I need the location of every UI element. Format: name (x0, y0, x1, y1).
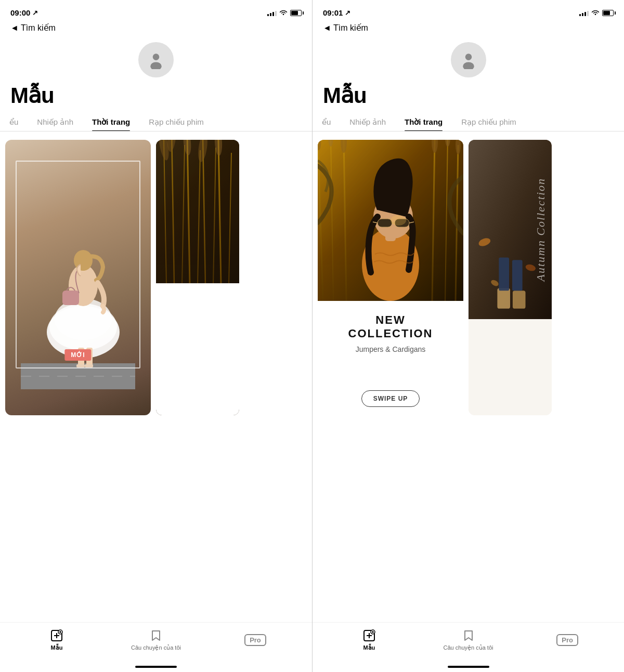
tab-thoi-trang-1[interactable]: Thời trang (83, 113, 139, 131)
svg-rect-60 (497, 288, 510, 308)
signal-icon-2 (579, 10, 589, 16)
status-bar-2: 09:01 ↗ (313, 0, 624, 23)
content-area-1: MỚI (0, 131, 312, 622)
dark-lower (156, 283, 239, 415)
battery-icon-1 (290, 10, 302, 16)
time-1: 09:00 (10, 8, 30, 17)
profile-icon-area-2 (313, 37, 624, 81)
svg-line-15 (164, 140, 166, 283)
time-2: 09:01 (323, 8, 343, 17)
svg-line-20 (203, 140, 205, 283)
tab-nhiep-anh-2[interactable]: Nhiếp ảnh (340, 113, 395, 131)
person-icon-1 (147, 50, 165, 69)
bookmark-icon-2 (462, 629, 475, 642)
status-icons-2 (579, 9, 614, 17)
status-bar-1: 09:00 ↗ (0, 0, 312, 23)
svg-line-23 (229, 153, 231, 283)
nav-pro-1[interactable]: Pro (237, 634, 274, 646)
svg-rect-62 (499, 257, 509, 291)
back-nav-label-1: ◄ Tìm kiếm (10, 23, 56, 33)
svg-point-35 (465, 54, 472, 60)
nav-story-2[interactable]: Câu chuyện của tôi (444, 629, 493, 651)
home-bar-2 (448, 666, 489, 668)
tab-nhiep-anh-1[interactable]: Nhiếp ảnh (28, 113, 83, 131)
bookmark-icon-1 (149, 629, 163, 642)
svg-line-19 (198, 150, 200, 283)
fashion-card-main-1[interactable]: MỚI (5, 140, 151, 415)
svg-point-0 (153, 54, 160, 60)
nav-mau-label-2: Mẫu (363, 644, 375, 651)
pro-badge-2: Pro (556, 634, 578, 646)
status-icons-1 (267, 9, 302, 17)
back-nav-2[interactable]: ◄ Tìm kiếm (313, 23, 624, 37)
nav-mau-1[interactable]: Mẫu (38, 629, 75, 651)
nav-mau-2[interactable]: Mẫu (351, 629, 387, 651)
tab-rap-chieu-phim-2[interactable]: Rạp chiếu phim (452, 113, 526, 131)
collection-card[interactable]: NEWCOLLECTION Jumpers & Cardigans SWIPE … (318, 140, 463, 415)
svg-line-17 (182, 145, 185, 283)
battery-icon-2 (602, 10, 614, 16)
autumn-card[interactable]: Autumn Collection (469, 140, 552, 415)
location-arrow-icon-2: ↗ (345, 9, 350, 17)
nav-mau-label-1: Mẫu (51, 644, 63, 651)
phone-screen-1: 09:00 ↗ ◄ Tìm kiếm Mẫu ể (0, 0, 312, 672)
collection-text-area: NEWCOLLECTION Jumpers & Cardigans SWIPE … (318, 301, 463, 415)
add-template-icon-1 (50, 629, 63, 642)
content-area-2: NEWCOLLECTION Jumpers & Cardigans SWIPE … (313, 131, 624, 622)
svg-point-36 (463, 62, 474, 70)
svg-rect-61 (513, 291, 526, 308)
svg-point-1 (150, 62, 162, 70)
page-title-2: Mẫu (313, 81, 624, 113)
tab-rap-chieu-phim-1[interactable]: Rạp chiếu phim (139, 113, 213, 131)
profile-icon-area-1 (0, 37, 312, 81)
swipe-up-button[interactable]: SWIPE UP (361, 390, 420, 407)
home-indicator-2 (313, 662, 624, 672)
autumn-lower (469, 319, 552, 416)
phone-screen-2: 09:01 ↗ ◄ Tìm kiếm Mẫu ể (312, 0, 624, 672)
nav-pro-2[interactable]: Pro (549, 634, 586, 646)
nav-story-label-2: Câu chuyện của tôi (444, 644, 493, 651)
nav-story-label-1: Câu chuyện của tôi (131, 644, 181, 651)
autumn-collection-text: Autumn Collection (534, 140, 548, 319)
new-collection-title: NEWCOLLECTION (348, 313, 433, 341)
wifi-icon-2 (591, 9, 600, 17)
svg-line-16 (172, 140, 174, 283)
tabs-row-2: ểu Nhiếp ảnh Thời trang Rạp chiếu phim (313, 113, 624, 131)
dark-upper (156, 140, 239, 283)
svg-rect-63 (512, 260, 523, 291)
svg-rect-53 (378, 219, 392, 227)
svg-line-22 (218, 140, 221, 283)
moi-badge: MỚI (64, 349, 91, 361)
collection-image (318, 140, 463, 301)
bottom-nav-2: Mẫu Câu chuyện của tôi Pro (313, 622, 624, 662)
svg-point-58 (391, 215, 406, 226)
signal-icon-1 (267, 10, 277, 16)
nav-story-1[interactable]: Câu chuyện của tôi (131, 629, 181, 651)
back-nav-label-2: ◄ Tìm kiếm (323, 23, 368, 33)
tab-tieu-de-2[interactable]: ểu (313, 113, 340, 131)
pro-label-1: Pro (250, 636, 261, 644)
tab-thoi-trang-2[interactable]: Thời trang (395, 113, 452, 131)
dark-side-card-1[interactable] (156, 140, 239, 415)
location-arrow-icon-1: ↗ (32, 9, 38, 17)
status-time-2: 09:01 ↗ (323, 8, 350, 17)
collection-title-text: NEWCOLLECTION Jumpers & Cardigans (348, 313, 433, 353)
person-icon-2 (459, 50, 478, 69)
autumn-image: Autumn Collection (469, 140, 552, 319)
back-nav-1[interactable]: ◄ Tìm kiếm (0, 23, 312, 37)
svg-point-26 (183, 140, 192, 156)
svg-line-18 (187, 140, 190, 283)
profile-icon-1 (138, 42, 174, 77)
wifi-icon-1 (279, 9, 288, 17)
svg-point-27 (197, 140, 209, 163)
home-indicator-1 (0, 662, 312, 672)
pro-badge-1: Pro (244, 634, 266, 646)
svg-line-21 (213, 148, 216, 283)
pro-label-2: Pro (562, 636, 573, 644)
status-time-1: 09:00 ↗ (10, 8, 38, 17)
collection-girl-svg (318, 140, 463, 301)
tab-tieu-de-1[interactable]: ểu (0, 113, 28, 131)
reeds-svg (156, 140, 239, 283)
bottom-nav-1: Mẫu Câu chuyện của tôi Pro (0, 622, 312, 662)
page-title-1: Mẫu (0, 81, 312, 113)
